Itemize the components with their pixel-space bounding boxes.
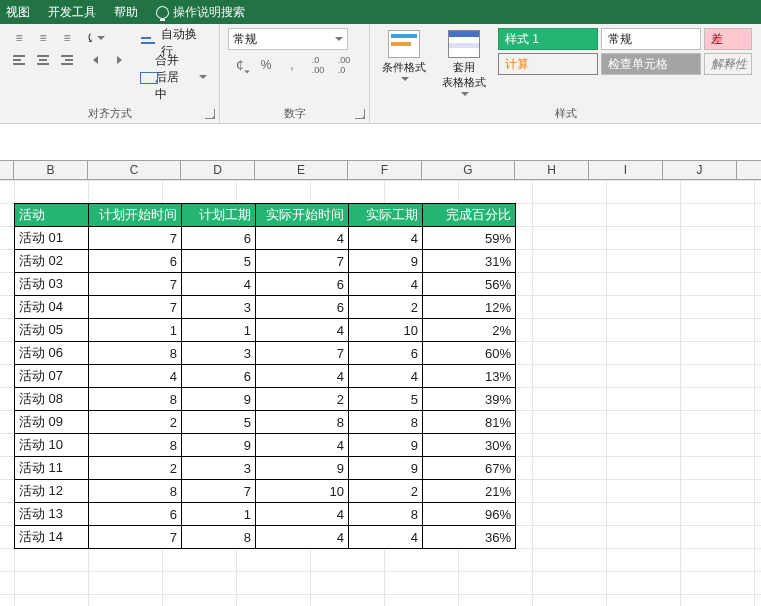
table-cell[interactable]: 4 <box>349 365 423 388</box>
table-cell[interactable]: 活动 14 <box>15 526 89 549</box>
column-header-G[interactable]: G <box>422 161 515 179</box>
format-as-table-button[interactable]: 套用 表格格式 <box>438 28 490 98</box>
table-cell[interactable]: 30% <box>423 434 516 457</box>
table-cell[interactable]: 4 <box>256 227 349 250</box>
table-header-cell[interactable]: 实际工期 <box>349 204 423 227</box>
table-cell[interactable]: 2 <box>349 296 423 319</box>
table-cell[interactable]: 96% <box>423 503 516 526</box>
table-cell[interactable]: 6 <box>256 273 349 296</box>
table-cell[interactable]: 活动 01 <box>15 227 89 250</box>
table-cell[interactable]: 8 <box>89 342 182 365</box>
comma-format-button[interactable]: , <box>280 54 304 76</box>
table-header-cell[interactable]: 完成百分比 <box>423 204 516 227</box>
table-cell[interactable]: 4 <box>256 319 349 342</box>
table-cell[interactable]: 活动 03 <box>15 273 89 296</box>
table-cell[interactable]: 67% <box>423 457 516 480</box>
table-cell[interactable]: 59% <box>423 227 516 250</box>
menu-help[interactable]: 帮助 <box>114 4 138 21</box>
table-cell[interactable]: 8 <box>89 388 182 411</box>
conditional-format-button[interactable]: 条件格式 <box>378 28 430 83</box>
column-header-H[interactable]: H <box>515 161 589 179</box>
table-cell[interactable]: 4 <box>256 503 349 526</box>
table-cell[interactable]: 2 <box>89 457 182 480</box>
column-header-C[interactable]: C <box>88 161 181 179</box>
table-cell[interactable]: 活动 08 <box>15 388 89 411</box>
decrease-indent-button[interactable] <box>84 50 106 70</box>
table-cell[interactable]: 4 <box>349 273 423 296</box>
table-cell[interactable]: 36% <box>423 526 516 549</box>
increase-indent-button[interactable] <box>108 50 130 70</box>
table-cell[interactable]: 1 <box>182 319 256 342</box>
table-cell[interactable]: 活动 06 <box>15 342 89 365</box>
table-cell[interactable]: 10 <box>349 319 423 342</box>
align-center-button[interactable] <box>32 50 54 70</box>
cell-style-normal[interactable]: 常规 <box>601 28 701 50</box>
cell-style-style1[interactable]: 样式 1 <box>498 28 598 50</box>
number-format-combo[interactable]: 常规 <box>228 28 348 50</box>
table-cell[interactable]: 1 <box>89 319 182 342</box>
align-middle-button[interactable]: ≡ <box>32 28 54 48</box>
table-cell[interactable]: 4 <box>256 434 349 457</box>
column-header-F[interactable]: F <box>348 161 422 179</box>
align-top-button[interactable]: ≡ <box>8 28 30 48</box>
table-cell[interactable]: 活动 04 <box>15 296 89 319</box>
table-cell[interactable]: 7 <box>182 480 256 503</box>
accounting-format-button[interactable]: ₵ <box>228 54 252 76</box>
table-cell[interactable]: 8 <box>182 526 256 549</box>
increase-decimal-button[interactable]: .0.00 <box>306 54 330 76</box>
table-header-cell[interactable]: 实际开始时间 <box>256 204 349 227</box>
table-cell[interactable]: 活动 05 <box>15 319 89 342</box>
table-cell[interactable]: 6 <box>182 365 256 388</box>
table-cell[interactable]: 9 <box>349 250 423 273</box>
table-cell[interactable]: 5 <box>182 250 256 273</box>
table-cell[interactable]: 8 <box>89 434 182 457</box>
decrease-decimal-button[interactable]: .00.0 <box>332 54 356 76</box>
select-all-corner[interactable] <box>0 161 14 179</box>
menu-view[interactable]: 视图 <box>6 4 30 21</box>
table-cell[interactable]: 3 <box>182 296 256 319</box>
align-bottom-button[interactable]: ≡ <box>56 28 78 48</box>
table-cell[interactable]: 31% <box>423 250 516 273</box>
table-cell[interactable]: 39% <box>423 388 516 411</box>
cell-style-calculation[interactable]: 计算 <box>498 53 598 75</box>
table-cell[interactable]: 8 <box>349 411 423 434</box>
table-header-cell[interactable]: 计划开始时间 <box>89 204 182 227</box>
table-cell[interactable]: 13% <box>423 365 516 388</box>
alignment-dialog-launcher[interactable] <box>205 109 215 119</box>
table-cell[interactable]: 7 <box>89 227 182 250</box>
table-cell[interactable]: 6 <box>349 342 423 365</box>
table-cell[interactable]: 4 <box>349 227 423 250</box>
table-cell[interactable]: 4 <box>182 273 256 296</box>
table-cell[interactable]: 活动 13 <box>15 503 89 526</box>
table-cell[interactable]: 21% <box>423 480 516 503</box>
table-cell[interactable]: 7 <box>256 250 349 273</box>
table-cell[interactable]: 3 <box>182 457 256 480</box>
cell-style-bad[interactable]: 差 <box>704 28 752 50</box>
table-cell[interactable]: 8 <box>89 480 182 503</box>
table-cell[interactable]: 2 <box>256 388 349 411</box>
table-cell[interactable]: 4 <box>256 365 349 388</box>
table-cell[interactable]: 5 <box>182 411 256 434</box>
table-cell[interactable]: 活动 09 <box>15 411 89 434</box>
table-cell[interactable]: 9 <box>182 434 256 457</box>
column-header-B[interactable]: B <box>14 161 88 179</box>
column-header-I[interactable]: I <box>589 161 663 179</box>
table-cell[interactable]: 9 <box>349 434 423 457</box>
tell-me-search[interactable]: 操作说明搜索 <box>156 4 245 21</box>
table-cell[interactable]: 60% <box>423 342 516 365</box>
merge-center-button[interactable]: 合并后居中 <box>136 62 211 92</box>
table-cell[interactable]: 7 <box>89 526 182 549</box>
table-cell[interactable]: 活动 10 <box>15 434 89 457</box>
table-cell[interactable]: 8 <box>256 411 349 434</box>
table-cell[interactable]: 9 <box>349 457 423 480</box>
table-cell[interactable]: 活动 02 <box>15 250 89 273</box>
table-cell[interactable]: 活动 11 <box>15 457 89 480</box>
table-cell[interactable]: 8 <box>349 503 423 526</box>
number-dialog-launcher[interactable] <box>355 109 365 119</box>
worksheet-grid[interactable]: 活动计划开始时间计划工期实际开始时间实际工期完成百分比 活动 01764459%… <box>0 180 761 606</box>
table-cell[interactable]: 4 <box>349 526 423 549</box>
cell-style-check[interactable]: 检查单元格 <box>601 53 701 75</box>
table-cell[interactable]: 2% <box>423 319 516 342</box>
table-cell[interactable]: 81% <box>423 411 516 434</box>
table-cell[interactable]: 6 <box>182 227 256 250</box>
